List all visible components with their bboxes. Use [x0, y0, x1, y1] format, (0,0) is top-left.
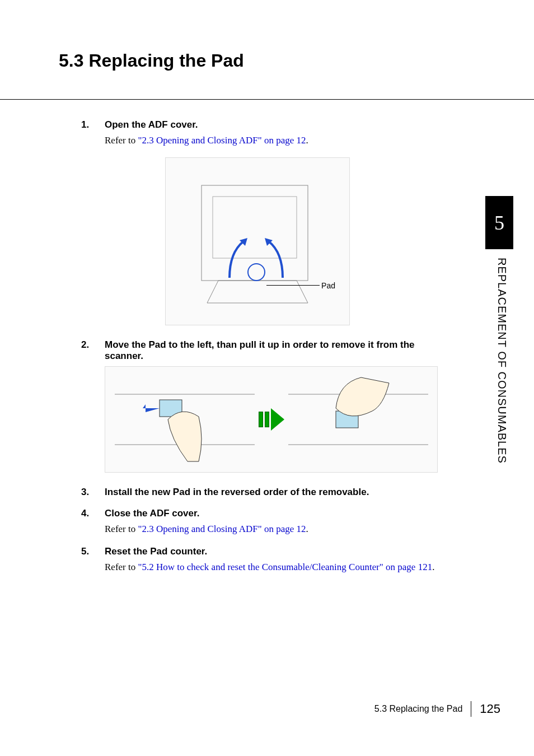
step-number: 1. [81, 119, 105, 130]
cross-reference-link[interactable]: "2.3 Opening and Closing ADF" on page 12 [138, 135, 306, 146]
step-3: 3. Install the new Pad in the reversed o… [81, 487, 445, 498]
body-text: Refer to [105, 135, 138, 146]
footer-divider [471, 701, 471, 717]
step-title: Open the ADF cover. [105, 119, 198, 130]
scanner-illustration-icon [179, 169, 336, 314]
figure-open-adf: Pad [165, 157, 350, 325]
chapter-tab: 5 [485, 196, 513, 249]
title-rule [0, 99, 534, 100]
page-number: 125 [480, 702, 500, 716]
step-title: Move the Pad to the left, than pull it u… [105, 339, 445, 362]
sequence-arrow-icon [259, 408, 284, 431]
step-2: 2. Move the Pad to the left, than pull i… [81, 339, 445, 362]
step-5: 5. Reset the Pad counter. [81, 546, 445, 557]
body-text: . [432, 562, 434, 572]
svg-rect-1 [213, 197, 297, 258]
step-body: Refer to "5.2 How to check and reset the… [105, 562, 445, 573]
svg-rect-0 [202, 185, 308, 281]
step-number: 2. [81, 339, 105, 362]
content-area: 1. Open the ADF cover. Refer to "2.3 Ope… [81, 119, 445, 573]
body-text: Refer to [105, 562, 138, 572]
figure-remove-pad [105, 366, 438, 473]
cross-reference-link[interactable]: "5.2 How to check and reset the Consumab… [138, 562, 432, 572]
body-text: . [306, 524, 308, 534]
illustration-placeholder [166, 158, 349, 325]
step-title: Close the ADF cover. [105, 508, 199, 519]
step-1: 1. Open the ADF cover. [81, 119, 445, 130]
body-text: . [306, 135, 308, 146]
svg-point-4 [248, 264, 265, 281]
step-title: Reset the Pad counter. [105, 546, 207, 557]
step-number: 5. [81, 546, 105, 557]
step-body: Refer to "2.3 Opening and Closing ADF" o… [105, 524, 445, 535]
callout-line [266, 285, 320, 286]
step-body: Refer to "2.3 Opening and Closing ADF" o… [105, 135, 445, 146]
page-footer: 5.3 Replacing the Pad 125 [374, 701, 500, 717]
figure-callout-label: Pad [321, 281, 335, 290]
cross-reference-link[interactable]: "2.3 Opening and Closing ADF" on page 12 [138, 524, 306, 534]
page-title: 5.3 Replacing the Pad [59, 50, 534, 71]
step-number: 4. [81, 508, 105, 519]
footer-section-title: 5.3 Replacing the Pad [374, 704, 462, 714]
body-text: Refer to [105, 524, 138, 534]
step-title: Install the new Pad in the reversed orde… [105, 487, 369, 498]
svg-marker-8 [143, 404, 160, 412]
step-number: 3. [81, 487, 105, 498]
chapter-side-label: REPLACEMENT OF CONSUMABLES [495, 258, 508, 464]
step-4: 4. Close the ADF cover. [81, 508, 445, 519]
